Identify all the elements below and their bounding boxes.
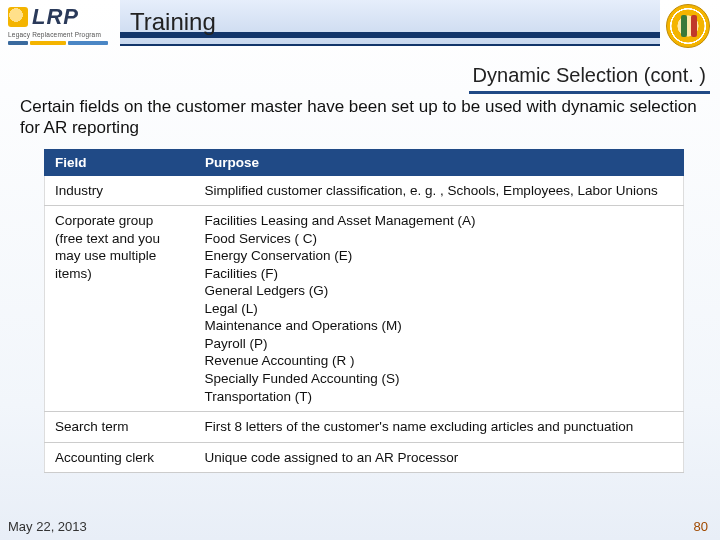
table-header-row: Field Purpose [45, 149, 684, 175]
slide: LRP Legacy Replacement Program Training … [0, 0, 720, 540]
footer-page: 80 [694, 519, 708, 534]
col-header-field: Field [45, 149, 195, 175]
footer-date: May 22, 2013 [8, 519, 87, 534]
cell-purpose: Unique code assigned to an AR Processor [195, 442, 684, 473]
fields-table: Field Purpose Industry Simplified custom… [44, 149, 684, 474]
seal-icon [666, 4, 710, 48]
subtitle-block: Dynamic Selection (cont. ) [469, 62, 710, 94]
table-row: Search term First 8 letters of the custo… [45, 412, 684, 443]
cell-purpose: Facilities Leasing and Asset Management … [195, 206, 684, 412]
logo-subtitle: Legacy Replacement Program [8, 31, 120, 38]
col-header-purpose: Purpose [195, 149, 684, 175]
subtitle-text: Dynamic Selection (cont. ) [469, 62, 710, 89]
logo-text: LRP [32, 4, 79, 30]
subtitle-underline [469, 91, 710, 94]
page-title: Training [130, 8, 216, 36]
cell-purpose: Simplified customer classification, e. g… [195, 175, 684, 206]
logo-burst-icon [8, 7, 28, 27]
body: Certain fields on the customer master ha… [20, 96, 700, 473]
table-row: Industry Simplified customer classificat… [45, 175, 684, 206]
logo-bars-icon [8, 41, 120, 45]
cell-purpose: First 8 letters of the customer's name e… [195, 412, 684, 443]
intro-text: Certain fields on the customer master ha… [20, 96, 700, 139]
cell-field: Industry [45, 175, 195, 206]
cell-field: Accounting clerk [45, 442, 195, 473]
cell-field: Search term [45, 412, 195, 443]
title-bar: Training [120, 0, 660, 46]
table-row: Accounting clerk Unique code assigned to… [45, 442, 684, 473]
cell-field: Corporate group (free text and you may u… [45, 206, 195, 412]
header: LRP Legacy Replacement Program Training [0, 0, 720, 58]
logo-block: LRP Legacy Replacement Program [8, 4, 120, 45]
table-row: Corporate group (free text and you may u… [45, 206, 684, 412]
